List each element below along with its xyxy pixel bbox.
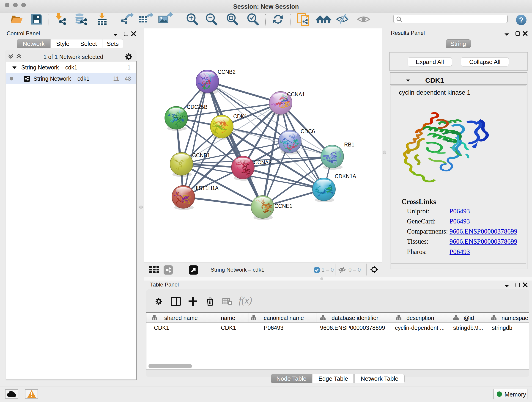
svg-text:CCNA1: CCNA1 <box>287 91 305 97</box>
svg-text:CCNA2: CCNA2 <box>254 160 272 166</box>
svg-text:CCNB2: CCNB2 <box>218 69 235 75</box>
svg-text:RB1: RB1 <box>344 142 355 148</box>
svg-text:HIST1H1A: HIST1H1A <box>193 185 219 191</box>
svg-text:CCNB1: CCNB1 <box>192 153 210 158</box>
svg-text:CDC25B: CDC25B <box>187 104 208 110</box>
svg-text:CDKN1A: CDKN1A <box>335 173 356 179</box>
svg-text:CDK1: CDK1 <box>233 114 247 119</box>
svg-text:CDC6: CDC6 <box>301 128 315 134</box>
svg-text:CCNE1: CCNE1 <box>274 203 292 209</box>
